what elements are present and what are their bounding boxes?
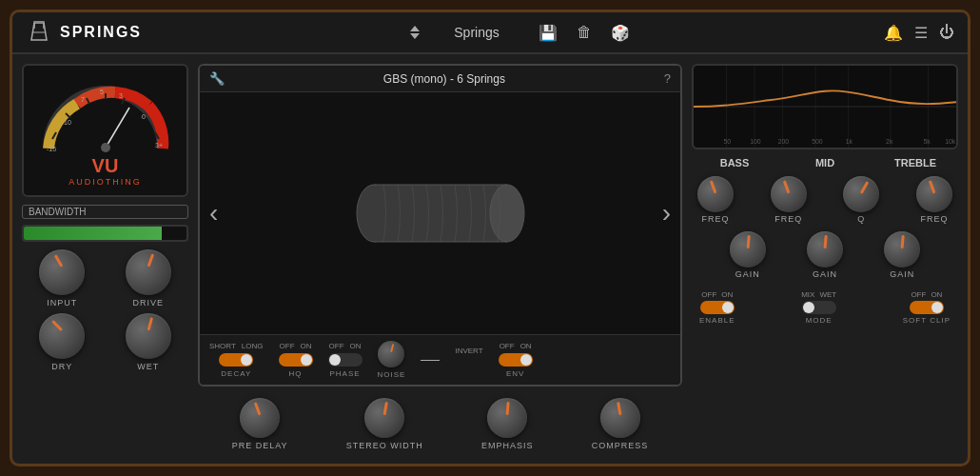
settings-icon[interactable]: 🔧 [209,71,225,86]
phase-label: PHASE [329,369,360,378]
svg-point-23 [490,185,524,242]
random-button[interactable]: 🎲 [606,22,635,44]
emphasis-knob[interactable] [487,398,527,438]
eq-gain-knobs-row: GAIN GAIN GAIN [692,231,958,279]
eq-section-labels: BASS MID TREBLE [692,157,958,169]
noise-group: NOISE [378,341,406,379]
decay-toggle[interactable] [219,353,253,367]
mode-mix-label: MIX [801,290,814,299]
svg-text:5: 5 [100,89,104,95]
softclip-off-label: OFF [911,290,926,299]
eq-curve-svg: 50 100 200 500 1k 2k 5k 10k [694,66,956,148]
left-panel: -15 10 7 5 3 0 3+ VU AUDIOTHING BANDWIDT… [22,64,188,454]
bandwidth-bar [24,227,162,240]
stereo-width-group: STEREO WIDTH [346,398,423,450]
wet-label: WET [137,362,159,371]
vu-meter-container: -15 10 7 5 3 0 3+ VU AUDIOTHING [22,64,188,197]
mid-gain-group: GAIN [807,231,843,279]
stereo-width-label: STEREO WIDTH [346,441,423,450]
bass-gain-knob[interactable] [730,231,766,268]
middle-panel: 🔧 GBS (mono) - 6 Springs ? ‹ [198,64,682,454]
mid-gain-knob[interactable] [807,231,843,268]
svg-text:500: 500 [812,138,823,145]
decay-long-label: LONG [242,342,264,350]
mode-toggle[interactable] [802,301,836,314]
enable-toggle-group: OFF ON ENABLE [699,290,735,325]
save-button[interactable]: 💾 [534,22,562,44]
treble-label: TREBLE [882,157,949,169]
enable-off-label: OFF [701,290,716,299]
soft-clip-toggle[interactable] [910,301,944,314]
env-thumb [520,354,532,366]
hq-toggle[interactable] [279,353,313,367]
noise-knob[interactable] [378,341,404,367]
bass-freq-knob[interactable] [697,176,734,212]
hq-on-label: ON [301,342,312,350]
right-panel: 50 100 200 500 1k 2k 5k 10k BASS MID TRE… [692,64,958,454]
main-window: SPRINGS Springs 💾 🗑 🎲 🔔 ☰ ⏻ [10,10,970,466]
input-knob[interactable] [39,249,85,295]
spring-next-button[interactable]: › [653,188,680,238]
hq-label: HQ [289,369,303,378]
vu-label: VU [92,155,119,177]
noise-line [421,360,440,361]
env-toggle-group: INVERT [455,347,482,374]
help-icon[interactable]: ? [664,71,671,86]
eq-display: 50 100 200 500 1k 2k 5k 10k [692,64,958,149]
spring-prev-button[interactable]: ‹ [200,188,227,238]
drive-knob-group: DRIVE [108,249,189,307]
soft-clip-thumb [931,302,943,313]
bass-label: BASS [701,157,768,169]
svg-rect-4 [33,21,45,23]
mid-q-label: Q [857,214,865,224]
delete-button[interactable]: 🗑 [572,22,597,43]
soft-clip-toggle-group: OFF ON SOFT CLIP [903,290,951,325]
env-toggle[interactable] [499,353,533,367]
mid-freq-knob[interactable] [771,176,807,212]
eq-freq-knobs-row: FREQ FREQ Q FREQ [692,176,958,224]
mode-wet-label: WET [819,290,836,299]
decay-label: DECAY [221,369,251,378]
treble-freq-knob[interactable] [916,176,952,212]
mode-toggle-group: MIX WET MODE [801,290,836,325]
dry-knob[interactable] [39,313,85,359]
treble-gain-group: GAIN [884,231,920,279]
bass-freq-group: FREQ [697,176,734,224]
menu-icon[interactable]: ☰ [914,24,928,42]
noise-label: NOISE [378,370,406,379]
spring-name: GBS (mono) - 6 Springs [225,72,664,86]
bell-icon[interactable]: 🔔 [884,24,903,42]
svg-text:5k: 5k [924,138,931,145]
bandwidth-section: BANDWIDTH [22,205,188,242]
phase-toggle[interactable] [328,353,363,367]
compress-group: COMPRESS [592,398,649,450]
mid-q-knob[interactable] [843,176,879,212]
preset-up-arrow[interactable] [410,26,420,31]
stereo-width-knob[interactable] [364,398,404,438]
softclip-on-label: ON [931,290,942,299]
flask-icon [26,19,52,46]
enable-toggle[interactable] [700,301,735,314]
mode-thumb [803,302,814,313]
pre-delay-knob[interactable] [240,398,280,438]
input-knob-group: INPUT [22,249,103,307]
drive-knob[interactable] [126,249,171,295]
pre-delay-group: PRE DELAY [232,398,288,450]
invert-label: INVERT [455,347,482,355]
decay-toggle-group: SHORT LONG DECAY [209,342,264,378]
hq-off-label: OFF [280,342,295,350]
power-icon[interactable]: ⏻ [939,24,954,41]
wet-knob[interactable] [126,313,171,359]
compress-knob[interactable] [600,398,640,438]
vu-meter-arc: -15 10 7 5 3 0 3+ [39,77,172,153]
treble-gain-label: GAIN [890,269,914,279]
preset-nav-arrows[interactable] [410,26,420,39]
preset-down-arrow[interactable] [410,33,420,39]
bandwidth-bar-container [22,225,188,242]
spring-image [227,175,652,251]
decay-thumb [241,354,252,366]
svg-text:1k: 1k [846,138,853,145]
vu-brand: AUDIOTHING [69,177,142,187]
enable-on-label: ON [721,290,733,299]
treble-gain-knob[interactable] [884,231,920,268]
